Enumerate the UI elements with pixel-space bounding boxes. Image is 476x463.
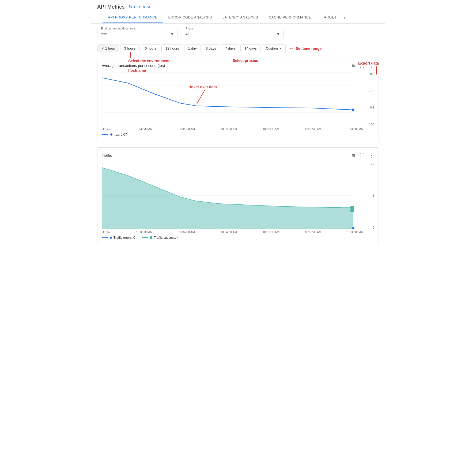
traffic-chart-title: Traffic [102, 153, 112, 158]
time-7d-button[interactable]: 7 days [221, 44, 239, 52]
tps-more-button[interactable]: ⋮ [368, 62, 374, 69]
tab-next-button[interactable]: › [342, 13, 347, 23]
tab-target[interactable]: TARGET [317, 12, 342, 23]
time-3d-button[interactable]: 3 days [202, 44, 220, 52]
tps-chart-actions: ≋ ⛶ ⋮ [351, 62, 374, 69]
time-range-annotation: ← Set time range [289, 45, 322, 51]
traffic-y-axis: 10 5 0 [365, 162, 374, 229]
header: API Metrics ↻ REFRESH [91, 0, 385, 10]
tab-latency[interactable]: LATENCY ANALYSIS [217, 12, 263, 23]
traffic-success-square [150, 236, 152, 239]
refresh-icon: ↻ [129, 4, 133, 9]
tps-chart-section: Average transactions per second (tps) ≋ … [97, 58, 379, 141]
traffic-chart-header: Traffic ≋ ⛶ ⋮ [102, 152, 374, 159]
time-6h-button[interactable]: 6 hours [141, 44, 160, 52]
tps-legend-toggle-button[interactable]: ≋ [351, 62, 356, 69]
traffic-errors-label: Traffic errors: 0 [114, 236, 135, 240]
svg-marker-9 [102, 167, 353, 229]
env-filter-group: Environment or Hostname test ▼ [97, 29, 177, 39]
tabs-bar: ‹ API PROXY PERFORMANCE ERROR CODE ANALY… [91, 12, 385, 24]
tps-legend-label: tps: 0.07 [115, 133, 127, 136]
traffic-chart-section: Traffic ≋ ⛶ ⋮ 10 5 0 [97, 147, 379, 244]
proxy-dropdown-arrow: ▼ [276, 32, 280, 36]
tab-api-proxy[interactable]: API PROXY PERFORMANCE [103, 12, 163, 23]
traffic-errors-line [102, 237, 108, 238]
time-range-row: 1 hour 3 hours 6 hours 12 hours 1 day 3 … [97, 44, 379, 52]
tps-legend-dot [110, 133, 112, 136]
traffic-errors-legend: Traffic errors: 0 [102, 236, 135, 240]
time-custom-button[interactable]: Custom ▼ [262, 44, 286, 52]
traffic-chart-actions: ≋ ⛶ ⋮ [351, 152, 374, 159]
tps-chart-area: 0.2 0.15 0.1 0.05 UTC-7 10:33:30 AM [102, 72, 374, 130]
traffic-success-line [142, 237, 148, 238]
traffic-success-label: Traffic success: 4 [154, 236, 179, 240]
tps-chart-header: Average transactions per second (tps) ≋ … [102, 62, 374, 69]
time-range-annotation-label: Set time range [296, 46, 322, 51]
tps-legend-line [102, 134, 108, 135]
proxy-filter-group: Proxy All ▼ [182, 29, 284, 39]
proxy-label: Proxy [184, 27, 194, 30]
tab-error-code[interactable]: ERROR CODE ANALYSIS [163, 12, 217, 23]
proxy-select[interactable]: All ▼ [182, 29, 284, 39]
traffic-success-legend: Traffic success: 4 [142, 236, 179, 240]
refresh-button[interactable]: ↻ REFRESH [129, 4, 152, 9]
env-label: Environment or Hostname [100, 27, 136, 30]
traffic-chart-svg [102, 162, 374, 229]
traffic-expand-button[interactable]: ⛶ [359, 152, 365, 159]
tab-prev-button[interactable]: ‹ [97, 13, 103, 23]
tab-cache[interactable]: CACHE PERFORMANCE [263, 12, 317, 23]
svg-rect-10 [350, 206, 354, 212]
tps-chart-legend: tps: 0.07 [102, 133, 374, 136]
time-14d-button[interactable]: 14 days [240, 44, 261, 52]
env-dropdown-arrow: ▼ [170, 32, 174, 36]
traffic-chart-area: 10 5 0 UTC-7 10:33:30 AM 10:34:00 A [102, 162, 374, 234]
time-1d-button[interactable]: 1 day [184, 44, 201, 52]
tps-expand-button[interactable]: ⛶ [359, 62, 365, 69]
tps-y-axis: 0.2 0.15 0.1 0.05 [365, 72, 374, 126]
traffic-more-button[interactable]: ⋮ [368, 152, 374, 159]
tps-chart-svg [102, 72, 374, 126]
tps-chart-title: Average transactions per second (tps) [102, 64, 165, 68]
env-select[interactable]: test ▼ [97, 29, 177, 39]
tps-x-axis: UTC-7 10:33:30 AM 10:34:00 AM 10:34:30 A… [102, 127, 374, 130]
time-3h-button[interactable]: 3 hours [120, 44, 140, 52]
filter-row: Environment or Hostname test ▼ Proxy All… [97, 29, 379, 39]
traffic-x-axis: UTC-7 10:33:30 AM 10:34:00 AM 10:34:30 A… [102, 230, 374, 234]
time-12h-button[interactable]: 12 hours [161, 44, 183, 52]
time-1h-button[interactable]: 1 hour [97, 44, 119, 52]
custom-dropdown-arrow: ▼ [279, 47, 282, 50]
traffic-chart-legend: Traffic errors: 0 Traffic success: 4 [102, 236, 374, 240]
page-title: API Metrics [97, 4, 124, 10]
traffic-errors-dot [110, 237, 112, 239]
traffic-legend-toggle-button[interactable]: ≋ [351, 152, 356, 159]
svg-point-5 [352, 109, 354, 111]
